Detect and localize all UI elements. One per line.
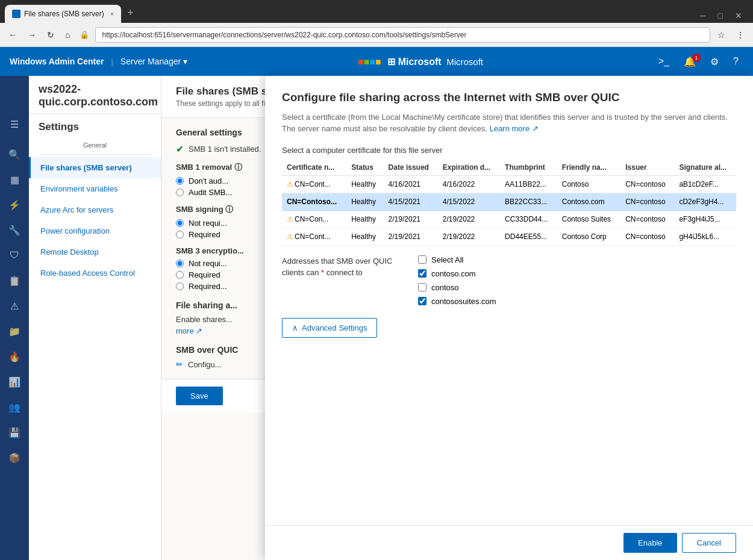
- sidebar-azure-button[interactable]: ⚡: [2, 193, 27, 217]
- dialog-overlay: Configure file sharing across the Intern…: [265, 76, 753, 531]
- sidebar-events-button[interactable]: ⚠: [2, 294, 27, 318]
- sidebar-files-button[interactable]: 📁: [2, 319, 27, 343]
- col-issuer: Issuer: [620, 160, 674, 176]
- browser-tab[interactable]: File shares (SMB server) ×: [5, 5, 121, 23]
- address-contoso-com[interactable]: contoso.com: [418, 269, 496, 278]
- save-button[interactable]: Save: [176, 387, 223, 405]
- nav-item-env-vars[interactable]: Environment variables: [29, 178, 161, 199]
- smb1-status-icon: ✔: [176, 143, 184, 155]
- bookmark-button[interactable]: ☆: [714, 28, 729, 42]
- header-settings-button[interactable]: ⚙: [705, 54, 723, 70]
- dialog-title: Configure file sharing across the Intern…: [282, 90, 736, 105]
- tab-favicon: [12, 10, 20, 18]
- col-date-issued: Date issued: [384, 160, 438, 176]
- microsoft-logo: ■■■■ ⊞ Microsoft Microsoft: [358, 56, 483, 67]
- close-window-button[interactable]: ✕: [729, 8, 748, 23]
- terminal-button[interactable]: >_: [654, 54, 674, 69]
- sidebar-firewall-button[interactable]: 🔥: [2, 344, 27, 369]
- address-input[interactable]: [95, 27, 710, 43]
- addresses-label: Addresses that SMB over QUIC clients can…: [282, 255, 408, 279]
- tab-title: File shares (SMB server): [24, 10, 104, 18]
- nav-item-remote-desktop[interactable]: Remote Desktop: [29, 241, 161, 263]
- nav-item-role-access[interactable]: Role-based Access Control: [29, 263, 161, 284]
- select-all-checkbox[interactable]: Select All: [418, 255, 496, 264]
- sidebar-storage-button[interactable]: 💾: [2, 420, 27, 444]
- col-cert-name: Certificate n...: [282, 160, 346, 176]
- cert-row-3[interactable]: ⚠CN=Con... Healthy 2/19/2021 2/19/2022 C…: [282, 210, 736, 228]
- app-title-separator: |: [111, 57, 113, 66]
- maximize-button[interactable]: □: [712, 8, 729, 23]
- advanced-settings-label: Advanced Settings: [302, 323, 367, 332]
- server-title: ws2022-quic.corp.contoso.com: [29, 76, 161, 114]
- sidebar-processes-button[interactable]: 📊: [2, 370, 27, 394]
- dropdown-chevron-icon: ▾: [183, 57, 187, 66]
- tab-close-icon[interactable]: ×: [110, 10, 114, 17]
- address-contososuites-com[interactable]: contososuites.com: [418, 297, 496, 306]
- address-lock-icon: 🔒: [77, 30, 92, 39]
- col-thumbprint: Thumbprint: [500, 160, 557, 176]
- home-button[interactable]: ⌂: [61, 28, 73, 42]
- nav-item-azure-arc[interactable]: Azure Arc for servers: [29, 199, 161, 220]
- dialog-description: Select a certificate (from the Local Mac…: [282, 111, 736, 135]
- general-section-label: General: [83, 142, 107, 149]
- col-friendly-name: Friendly na...: [557, 160, 620, 176]
- configure-text: Configu...: [188, 360, 222, 369]
- sidebar-search-button[interactable]: 🔍: [2, 142, 27, 166]
- sidebar-devices-button[interactable]: 📋: [2, 269, 27, 293]
- advanced-settings-button[interactable]: ∧ Advanced Settings: [282, 318, 377, 338]
- browser-settings-btn[interactable]: ⋮: [733, 28, 748, 42]
- col-expiration: Expiration d...: [438, 160, 500, 176]
- certificate-table: Certificate n... Status Date issued Expi…: [282, 160, 736, 246]
- cert-row-2[interactable]: CN=Contoso... Healthy 4/15/2021 4/15/202…: [282, 193, 736, 210]
- app-header: Windows Admin Center | Server Manager ▾ …: [0, 47, 753, 76]
- server-manager-dropdown[interactable]: Server Manager ▾: [120, 57, 187, 66]
- cert-row-4[interactable]: ⚠CN=Cont... Healthy 2/19/2021 2/19/2022 …: [282, 228, 736, 245]
- new-tab-button[interactable]: +: [121, 4, 140, 22]
- nav-divider: [39, 154, 151, 155]
- back-button[interactable]: ←: [5, 28, 20, 42]
- sidebar-collapse-button[interactable]: ☰: [2, 112, 27, 136]
- notification-button[interactable]: 🔔1: [679, 54, 701, 70]
- dialog-panel: Configure file sharing across the Intern…: [265, 76, 753, 531]
- configure-pen-icon: ✏: [176, 359, 183, 369]
- sidebar-network-button[interactable]: 🔧: [2, 218, 27, 242]
- sidebar-certificate-button[interactable]: 🛡: [2, 243, 27, 267]
- settings-nav: File shares (SMB server) Environment var…: [29, 157, 161, 284]
- sidebar-users-button[interactable]: 👥: [2, 395, 27, 419]
- col-status: Status: [346, 160, 383, 176]
- settings-title: Settings: [39, 121, 79, 132]
- forward-button[interactable]: →: [24, 28, 40, 42]
- chevron-up-icon: ∧: [292, 323, 298, 332]
- address-bar-row: ← → ↻ ⌂ 🔒 ☆ ⋮: [0, 23, 753, 47]
- smb1-status-text: SMB 1 isn't installed.: [189, 145, 261, 154]
- learn-more-link[interactable]: more ↗: [176, 326, 202, 335]
- refresh-button[interactable]: ↻: [43, 28, 58, 42]
- help-button[interactable]: ?: [728, 54, 743, 69]
- col-signature: Signature al...: [674, 160, 736, 176]
- sidebar-updates-button[interactable]: 📦: [2, 446, 27, 470]
- cert-select-title: Select a computer certificate for this f…: [282, 146, 736, 155]
- icon-sidebar: ☰ 🔍 ▦ ⚡ 🔧 🛡 📋 ⚠ 📁 🔥 📊 👥 💾 📦 ⚙: [0, 76, 29, 531]
- address-contoso[interactable]: contoso: [418, 283, 496, 292]
- sidebar-dashboard-button[interactable]: ▦: [2, 167, 27, 191]
- app-title: Windows Admin Center: [10, 57, 104, 66]
- learn-more-link[interactable]: Learn more ↗: [490, 124, 539, 133]
- minimize-button[interactable]: ─: [694, 8, 712, 23]
- cert-row-1[interactable]: ⚠CN=Cont... Healthy 4/16/2021 4/16/2022 …: [282, 175, 736, 193]
- nav-item-file-shares[interactable]: File shares (SMB server): [29, 157, 161, 178]
- nav-item-power[interactable]: Power configuration: [29, 220, 161, 241]
